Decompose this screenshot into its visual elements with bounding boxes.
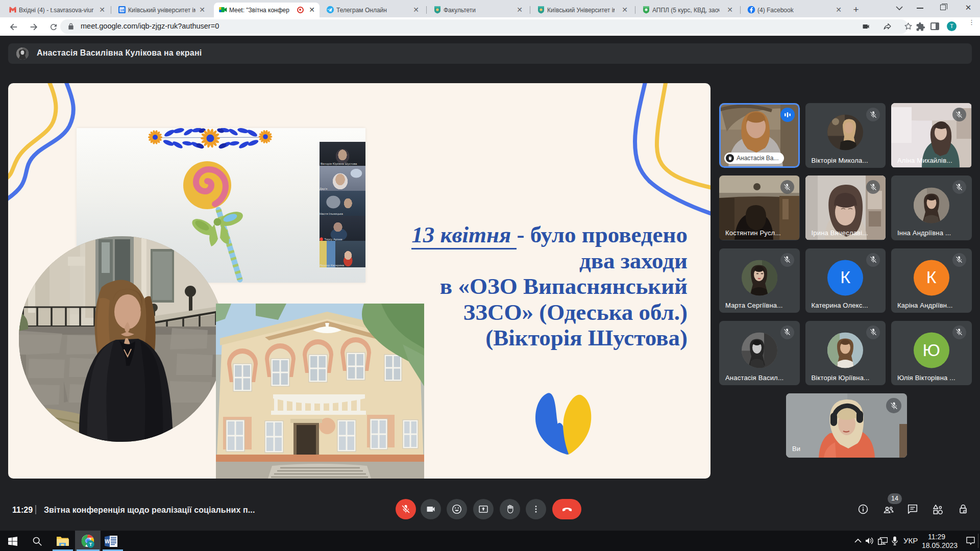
svg-text:W: W [105, 539, 110, 544]
svg-text:18: 18 [120, 8, 124, 12]
